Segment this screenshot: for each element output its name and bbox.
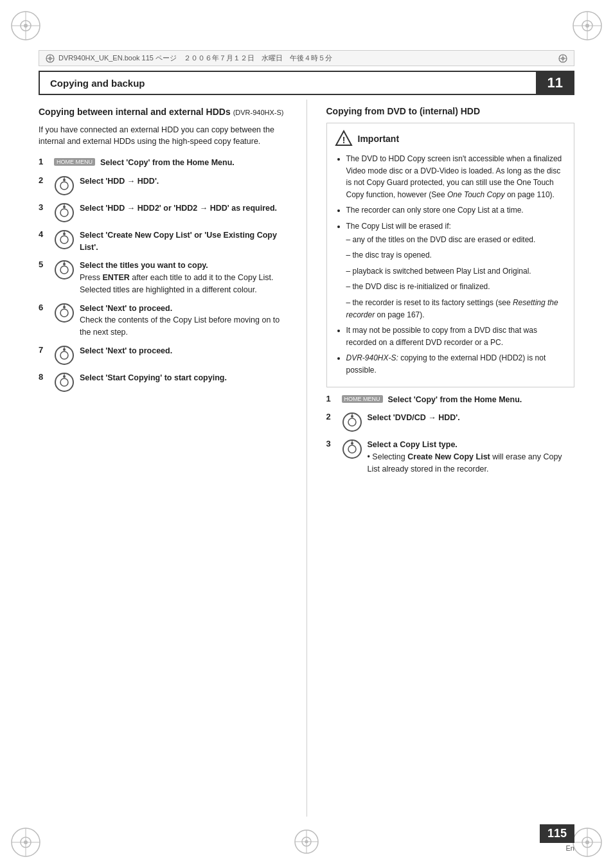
svg-point-41: [60, 266, 68, 274]
content-area: Copying between internal and external HD…: [39, 100, 574, 817]
erased-sublist: any of the titles on the DVD disc are er…: [346, 234, 567, 321]
home-menu-icon: HOME MENU: [54, 158, 95, 166]
left-step-5: 5 Select the titles you want to copy. Pr…: [39, 260, 287, 296]
erased-item-5: the recorder is reset to its factory set…: [346, 297, 567, 321]
knob-icon-2: [54, 175, 75, 196]
right-step-3: 3 Select a Copy List type. • Selecting C…: [326, 439, 575, 475]
svg-point-53: [60, 378, 68, 386]
knob-icon-3: [54, 202, 75, 223]
page-lang: En: [540, 844, 574, 852]
right-step-2: 2 Select 'DVD/CD → HDD'.: [326, 412, 575, 432]
chapter-title: Copying and backup: [39, 71, 536, 95]
knob-icon-4: [54, 229, 75, 250]
knob-icon-r3: [342, 439, 362, 459]
erased-item-3: playback is switched between Play List a…: [346, 265, 567, 278]
corner-decoration-tl: [6, 6, 45, 45]
crosshair-icon: [46, 54, 55, 63]
important-box: ! Important The DVD to HDD Copy screen i…: [326, 123, 575, 387]
corner-decoration-tr: [568, 6, 607, 45]
left-step-6: 6 Select 'Next' to proceed. Check the co…: [39, 303, 287, 339]
bottom-center-decor: [294, 829, 319, 856]
important-item-2: The recorder can only store one Copy Lis…: [346, 204, 567, 217]
svg-point-70: [305, 840, 308, 844]
page-number: 115: [540, 824, 574, 843]
erased-item-4: the DVD disc is re-initialized or finali…: [346, 281, 567, 293]
important-list: The DVD to HDD Copy screen isn't accessi…: [335, 153, 567, 376]
header-file-info: DVR940HX_UK_EN.book 115 ページ ２００６年７月１２日 水…: [39, 50, 574, 66]
svg-text:!: !: [342, 135, 345, 145]
left-step-3: 3 Select 'HDD → HDD2' or 'HDD2 → HDD' as…: [39, 202, 287, 223]
right-section-heading: Copying from DVD to (internal) HDD: [326, 106, 575, 116]
svg-point-19: [585, 840, 589, 844]
crosshair-icon-right: [558, 54, 567, 63]
svg-point-63: [348, 445, 356, 453]
important-heading: ! Important: [335, 130, 567, 148]
knob-icon-r2: [342, 412, 362, 432]
svg-point-4: [24, 24, 28, 28]
important-item-5: DVR-940HX-S: copying to the external HDD…: [346, 352, 567, 376]
knob-icon-7: [54, 345, 75, 366]
column-divider: [306, 100, 307, 817]
knob-icon-6: [54, 303, 75, 323]
right-column: Copying from DVD to (internal) HDD ! Imp…: [326, 100, 575, 817]
left-step-2: 2 Select 'HDD → HDD'.: [39, 175, 287, 196]
knob-icon-8: [54, 372, 75, 393]
svg-point-45: [60, 309, 68, 317]
important-item-4: It may not be possible to copy from a DV…: [346, 324, 567, 348]
chapter-number: 11: [536, 71, 574, 95]
chapter-header: Copying and backup 11: [39, 71, 574, 95]
warning-icon: !: [335, 130, 353, 148]
svg-point-29: [60, 182, 68, 190]
header-file-text: DVR940HX_UK_EN.book 115 ページ ２００６年７月１２日 水…: [58, 53, 332, 63]
erased-item-2: the disc tray is opened.: [346, 249, 567, 261]
corner-decoration-bl: [6, 823, 45, 862]
left-step-7: 7 Select 'Next' to proceed.: [39, 345, 287, 366]
svg-point-59: [348, 418, 356, 426]
left-step-8: 8 Select 'Start Copying' to start copyin…: [39, 372, 287, 393]
svg-point-9: [585, 24, 589, 28]
important-item-3: The Copy List will be erased if: any of …: [346, 220, 567, 321]
erased-item-1: any of the titles on the DVD disc are er…: [346, 234, 567, 246]
important-item-1: The DVD to HDD Copy screen isn't accessi…: [346, 153, 567, 200]
knob-icon-5: [54, 260, 75, 280]
left-step-4: 4 Select 'Create New Copy List' or 'Use …: [39, 229, 287, 254]
left-section-heading: Copying between internal and external HD…: [39, 106, 287, 119]
home-menu-icon-right: HOME MENU: [342, 395, 383, 403]
left-column: Copying between internal and external HD…: [39, 100, 287, 817]
right-step-1: 1 HOME MENU Select 'Copy' from the Home …: [326, 394, 575, 406]
left-step-1: 1 HOME MENU Select 'Copy' from the Home …: [39, 157, 287, 169]
svg-point-14: [24, 840, 28, 844]
page-footer: 115 En: [540, 824, 574, 852]
svg-point-37: [60, 236, 68, 244]
svg-point-33: [60, 209, 68, 217]
svg-point-49: [60, 351, 68, 359]
left-intro: If you have connected an external HDD yo…: [39, 124, 287, 148]
